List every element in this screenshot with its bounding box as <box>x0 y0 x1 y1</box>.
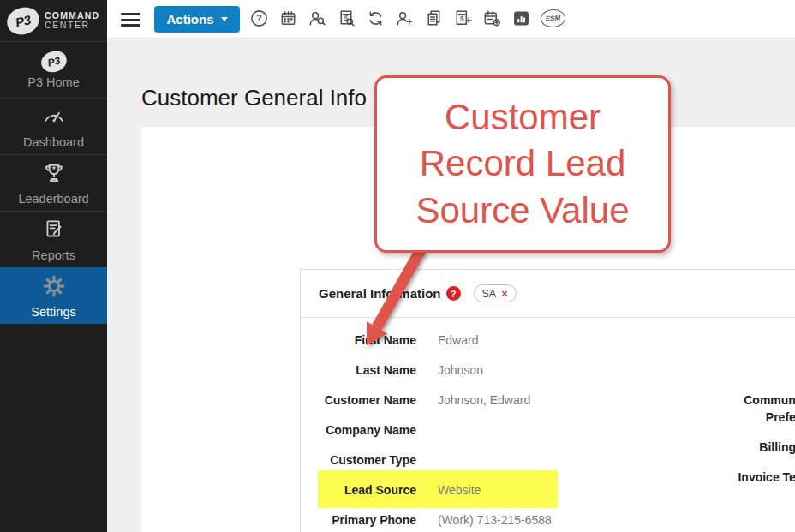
add-customer-icon[interactable] <box>395 9 415 28</box>
hamburger-menu-icon[interactable] <box>121 13 140 27</box>
refresh-icon[interactable] <box>366 9 386 28</box>
report-pencil-icon <box>42 218 66 245</box>
field-comm-pref-label: Communication Preferences <box>714 392 795 426</box>
toolbar-icons: ? $ $ <box>249 9 565 28</box>
svg-text:?: ? <box>256 13 261 23</box>
sidebar-item-label: Leaderboard <box>18 192 88 206</box>
field-status-label: Status <box>714 499 795 516</box>
copy-documents-icon[interactable] <box>424 9 444 28</box>
field-billing-terms-label: Billing Terms <box>714 439 795 456</box>
sidebar-item-label: Dashboard <box>23 135 84 149</box>
actions-button-label: Actions <box>166 12 213 27</box>
p3-home-icon: P3 <box>39 48 69 75</box>
svg-text:$: $ <box>460 15 464 23</box>
sidebar: P3 COMMAND CENTER P3 P3 Home Dashboard ★… <box>0 0 107 532</box>
field-last-name-value: Johnson <box>438 362 483 379</box>
field-do-not-service-label: Do Not Service <box>714 529 795 532</box>
field-email-label: Email <box>714 332 795 349</box>
page-title: Customer General Info <box>141 85 367 111</box>
chevron-down-icon <box>221 17 228 21</box>
field-invoice-template-label: Invoice Template <box>714 469 795 486</box>
gear-icon <box>42 274 66 302</box>
sidebar-item-reports[interactable]: Reports <box>0 211 107 267</box>
add-appointment-icon[interactable] <box>482 9 502 28</box>
callout-line-1: Customer <box>445 94 601 141</box>
sidebar-item-label: Reports <box>32 248 75 262</box>
sa-tag-badge: SA × <box>474 284 517 302</box>
callout-line-2: Record Lead <box>420 140 626 188</box>
field-email2-label: Email <box>714 362 795 379</box>
topbar: Actions ? $ <box>107 0 795 39</box>
field-customer-name-label: Customer Name <box>309 392 416 409</box>
p3-logo-icon: P3 <box>4 3 42 37</box>
add-invoice-icon[interactable]: $ <box>453 9 473 28</box>
actions-button[interactable]: Actions <box>154 6 240 33</box>
sa-tag-label: SA <box>482 288 497 300</box>
sidebar-item-label: Settings <box>31 305 75 319</box>
trophy-icon: ★ <box>42 161 66 188</box>
sidebar-item-label: P3 Home <box>27 75 79 89</box>
logo-line2: CENTER <box>45 21 99 30</box>
field-lead-source-value: Website <box>438 481 481 499</box>
esm-badge[interactable]: ESM <box>540 9 565 28</box>
field-customer-type-label: Customer Type <box>309 451 416 469</box>
bar-chart-icon[interactable] <box>511 9 531 28</box>
sidebar-item-dashboard[interactable]: Dashboard <box>0 98 107 154</box>
annotation-arrow <box>343 244 454 360</box>
invoice-search-icon[interactable]: $ <box>337 9 356 28</box>
app-screen: Actions ? $ <box>0 0 795 532</box>
sidebar-item-leaderboard[interactable]: ★ Leaderboard <box>0 154 107 211</box>
callout-line-3: Source Value <box>415 188 629 235</box>
app-logo[interactable]: P3 COMMAND CENTER <box>0 0 107 41</box>
sidebar-item-p3-home[interactable]: P3 P3 Home <box>0 41 107 98</box>
sidebar-item-settings[interactable]: Settings <box>0 267 107 324</box>
annotation-callout: Customer Record Lead Source Value <box>374 75 671 253</box>
gauge-icon <box>42 105 66 132</box>
sa-tag-close-icon[interactable]: × <box>501 287 508 300</box>
calendar-icon[interactable] <box>278 9 298 28</box>
field-primary-phone-value: (Work) 713-215-6588 <box>438 511 552 529</box>
field-company-name-label: Company Name <box>309 421 416 439</box>
field-lead-source-label: Lead Source <box>309 481 416 499</box>
svg-text:★: ★ <box>51 164 57 170</box>
field-last-name-label: Last Name <box>309 362 416 379</box>
field-primary-phone-label: Primary Phone <box>309 511 416 529</box>
help-icon[interactable]: ? <box>249 9 269 28</box>
field-customer-name-value: Johnson, Edward <box>438 392 530 409</box>
customer-search-icon[interactable] <box>308 9 327 28</box>
